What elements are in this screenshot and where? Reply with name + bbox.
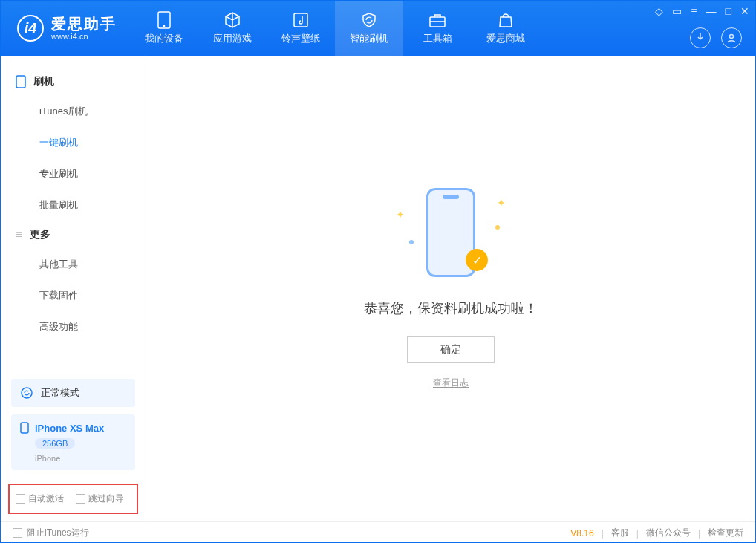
status-bar: 阻止iTunes运行 V8.16 | 客服 | 微信公众号 | 检查更新 [1,521,755,543]
device-capacity: 256GB [35,438,75,449]
sidebar-section-more: ≡ 更多 [1,221,146,249]
skin-icon[interactable]: ◇ [655,5,663,17]
sidebar-item-batch-flash[interactable]: 批量刷机 [1,189,146,221]
main-content: ✦ ✓ ✦ 恭喜您，保资料刷机成功啦！ 确定 查看日志 [146,56,755,521]
success-message: 恭喜您，保资料刷机成功啦！ [364,299,538,317]
checkbox-skip-guide[interactable]: 跳过向导 [76,492,124,505]
phone-icon [157,11,171,29]
sidebar-item-itunes-flash[interactable]: iTunes刷机 [1,96,146,127]
app-body: 刷机 iTunes刷机 一键刷机 专业刷机 批量刷机 ≡ 更多 其他工具 下载固… [1,56,755,521]
header-right-actions [690,27,742,48]
tab-apps-games[interactable]: 应用游戏 [198,1,267,56]
success-illustration: ✦ ✓ ✦ [391,188,510,284]
bag-icon [498,11,514,29]
logo-icon: i4 [17,15,44,42]
app-name: 爱思助手 [51,16,117,32]
checkbox-auto-activate[interactable]: 自动激活 [16,492,64,505]
sidebar-item-download-firmware[interactable]: 下载固件 [1,280,146,311]
checkbox-block-itunes[interactable]: 阻止iTunes运行 [13,527,89,539]
sidebar-section-flash: 刷机 [1,68,146,96]
settings-icon[interactable]: ▭ [672,5,682,17]
dot-icon [495,225,500,230]
app-site: www.i4.cn [51,32,117,41]
sync-icon [20,386,33,400]
link-support[interactable]: 客服 [611,527,629,539]
svg-rect-2 [294,13,307,27]
user-circle-icon[interactable] [721,27,742,48]
window-controls: ◇ ▭ ≡ — □ ✕ [655,5,749,17]
sidebar-item-advanced[interactable]: 高级功能 [1,311,146,342]
device-icon [20,422,29,434]
device-mode-status[interactable]: 正常模式 [11,379,135,407]
logo-block: i4 爱思助手 www.i4.cn [1,1,130,56]
link-wechat[interactable]: 微信公众号 [646,527,691,539]
minimize-icon[interactable]: — [706,5,717,17]
ok-button[interactable]: 确定 [407,336,495,363]
device-name: iPhone XS Max [35,423,104,434]
tab-toolbox[interactable]: 工具箱 [403,1,472,56]
sparkle-icon: ✦ [396,209,405,221]
app-header: i4 爱思助手 www.i4.cn 我的设备 应用游戏 铃声壁纸 智能刷机 工具… [1,1,755,56]
maximize-icon[interactable]: □ [726,5,731,17]
svg-point-4 [730,35,734,39]
svg-point-6 [22,388,32,398]
device-type: iPhone [35,454,126,463]
nav-tabs: 我的设备 应用游戏 铃声壁纸 智能刷机 工具箱 爱思商城 [130,1,540,56]
refresh-shield-icon [360,11,378,29]
sidebar-item-oneclick-flash[interactable]: 一键刷机 [1,127,146,158]
sparkle-icon: ✦ [497,197,506,209]
tab-my-device[interactable]: 我的设备 [130,1,198,56]
link-check-update[interactable]: 检查更新 [708,527,743,539]
svg-point-1 [163,25,166,27]
app-version: V8.16 [570,528,593,539]
download-circle-icon[interactable] [690,27,711,48]
list-icon: ≡ [16,228,22,241]
phone-outline-icon [16,75,26,88]
close-icon[interactable]: ✕ [740,5,749,17]
toolbox-icon [428,11,446,29]
tab-smart-flash[interactable]: 智能刷机 [335,1,403,56]
menu-icon[interactable]: ≡ [691,5,697,17]
cube-icon [224,11,241,29]
sidebar: 刷机 iTunes刷机 一键刷机 专业刷机 批量刷机 ≡ 更多 其他工具 下载固… [1,56,146,521]
sidebar-item-other-tools[interactable]: 其他工具 [1,249,146,280]
svg-rect-7 [21,423,28,433]
sidebar-item-pro-flash[interactable]: 专业刷机 [1,158,146,189]
checkmark-badge-icon: ✓ [466,249,488,271]
flash-options-highlight: 自动激活 跳过向导 [8,484,138,514]
dot-icon [409,240,414,244]
music-note-icon [293,11,309,29]
svg-rect-5 [16,76,25,88]
device-card[interactable]: iPhone XS Max 256GB iPhone [11,414,135,470]
view-log-link[interactable]: 查看日志 [433,377,469,389]
tab-ringtones-wallpapers[interactable]: 铃声壁纸 [267,1,335,56]
tab-store[interactable]: 爱思商城 [472,1,540,56]
